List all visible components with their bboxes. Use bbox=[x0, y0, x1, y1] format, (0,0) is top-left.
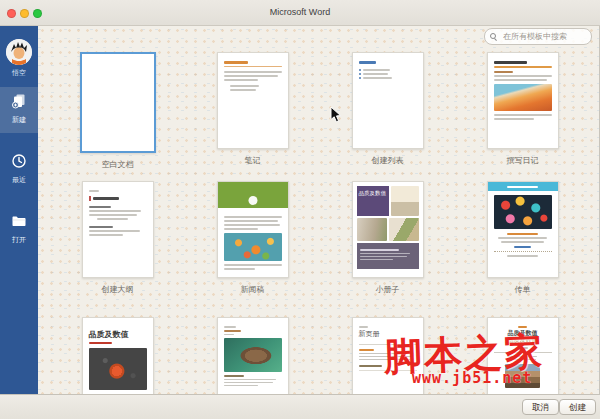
thumb-line bbox=[89, 342, 112, 344]
template-cell: 传单 bbox=[455, 181, 590, 295]
divider bbox=[359, 370, 417, 371]
thumb-line bbox=[93, 197, 120, 200]
sidebar-item-label: 打开 bbox=[0, 235, 38, 245]
template-flyer[interactable] bbox=[487, 181, 559, 278]
thumb-line bbox=[363, 73, 389, 75]
folder-icon bbox=[11, 215, 27, 232]
thumb-line bbox=[498, 237, 547, 239]
cliff-photo bbox=[505, 364, 540, 388]
titlebar: Microsoft Word bbox=[0, 0, 600, 26]
thumb-line bbox=[359, 353, 414, 354]
account-name: 悟空 bbox=[0, 68, 38, 78]
thumb-line bbox=[224, 224, 280, 226]
thumb-line bbox=[230, 89, 257, 91]
thumb-line bbox=[494, 66, 552, 68]
traffic-lights bbox=[7, 9, 42, 18]
template-notes[interactable] bbox=[217, 52, 289, 149]
maple-leaf-photo bbox=[89, 348, 147, 390]
thumb-line bbox=[224, 66, 282, 67]
thumb-line bbox=[494, 75, 552, 77]
thumb-line bbox=[359, 359, 410, 360]
otter-photo bbox=[224, 338, 282, 372]
thumb-line bbox=[224, 264, 282, 266]
template-label: 创建大纲 bbox=[102, 284, 134, 295]
thumb-line bbox=[507, 186, 539, 188]
zoom-button[interactable] bbox=[33, 9, 42, 18]
window-title: Microsoft Word bbox=[0, 0, 600, 25]
divider bbox=[494, 251, 552, 252]
thumb-line bbox=[224, 382, 273, 383]
thumb-line bbox=[518, 326, 526, 328]
sidebar-item-label: 新建 bbox=[0, 115, 38, 125]
thumb-line bbox=[360, 256, 408, 257]
thumb-line bbox=[360, 253, 410, 254]
bullet-dot bbox=[359, 69, 361, 71]
thumb-line bbox=[97, 218, 129, 220]
thumb-line bbox=[360, 249, 399, 251]
template-outline[interactable] bbox=[82, 181, 154, 278]
cancel-button[interactable]: 取消 bbox=[522, 399, 559, 415]
thumb-line bbox=[230, 85, 259, 87]
template-row: 创建大纲 新闻稿 bbox=[50, 181, 590, 295]
fruit-photo bbox=[224, 233, 282, 261]
thumb-line bbox=[224, 71, 282, 73]
template-cell: 创建列表 bbox=[320, 52, 455, 170]
quality2-thumb-subtitle: 品质及数值 bbox=[494, 337, 552, 344]
template-gallery: 空白文档 笔记 bbox=[38, 25, 600, 395]
thumb-line bbox=[494, 118, 535, 120]
template-cell: 创建大纲 bbox=[50, 181, 185, 295]
brochure-footer-block bbox=[357, 243, 419, 269]
flyer-header bbox=[488, 182, 558, 191]
create-button[interactable]: 创建 bbox=[559, 399, 596, 415]
sidebar-item-open[interactable]: 打开 bbox=[0, 207, 38, 253]
template-brochure[interactable]: 品质及数值 bbox=[352, 181, 424, 278]
thumb-line bbox=[507, 255, 539, 257]
template-label: 创建列表 bbox=[372, 155, 404, 166]
thumb-line bbox=[494, 114, 552, 116]
sidebar: 悟空 新建 最近 bbox=[0, 25, 38, 395]
divider bbox=[494, 352, 552, 353]
template-label: 新闻稿 bbox=[241, 284, 265, 295]
divider bbox=[359, 344, 417, 345]
template-cell: 品质及数值 bbox=[320, 181, 455, 295]
thumb-line bbox=[508, 356, 537, 357]
search-box[interactable] bbox=[484, 28, 592, 45]
thumb-line bbox=[224, 79, 259, 81]
thumb-line bbox=[224, 334, 234, 335]
quality-thumb-title: 品质及数值 bbox=[89, 330, 147, 339]
sidebar-item-new[interactable]: 新建 bbox=[0, 87, 38, 133]
template-cell: 空白文档 bbox=[50, 52, 185, 170]
template-newsletter[interactable] bbox=[217, 181, 289, 278]
thumb-line bbox=[224, 375, 244, 377]
lantern-photo bbox=[494, 195, 552, 229]
newsheet-thumb-title: 新页册 bbox=[359, 330, 417, 338]
avatar bbox=[6, 39, 32, 65]
newsletter-header bbox=[218, 182, 288, 208]
template-create-list[interactable] bbox=[352, 52, 424, 149]
brochure-thumb-title: 品质及数值 bbox=[357, 186, 389, 216]
template-label: 撰写日记 bbox=[507, 155, 539, 166]
thumb-line bbox=[224, 61, 248, 64]
thumb-line bbox=[494, 71, 514, 73]
accent-bar bbox=[89, 196, 91, 201]
template-cell: 撰写日记 bbox=[455, 52, 590, 170]
thumb-line bbox=[89, 226, 113, 228]
salad-photo bbox=[389, 218, 419, 241]
thumb-line bbox=[359, 356, 411, 357]
thumb-line bbox=[494, 61, 528, 64]
template-blank-document[interactable] bbox=[80, 52, 156, 153]
thumb-line bbox=[89, 214, 138, 216]
template-row: 空白文档 笔记 bbox=[50, 52, 590, 170]
sidebar-item-recent[interactable]: 最近 bbox=[0, 147, 38, 193]
thumb-line bbox=[360, 259, 394, 260]
search-input[interactable] bbox=[501, 31, 591, 42]
template-journal[interactable] bbox=[487, 52, 559, 149]
quality2-thumb-title: 品质及数值 bbox=[494, 330, 552, 337]
close-button[interactable] bbox=[7, 9, 16, 18]
account-button[interactable]: 悟空 bbox=[0, 39, 38, 78]
search-icon bbox=[490, 32, 499, 41]
thumb-line bbox=[224, 216, 282, 218]
minimize-button[interactable] bbox=[20, 9, 29, 18]
thumb-line bbox=[494, 79, 547, 81]
dishes-photo bbox=[357, 218, 387, 241]
